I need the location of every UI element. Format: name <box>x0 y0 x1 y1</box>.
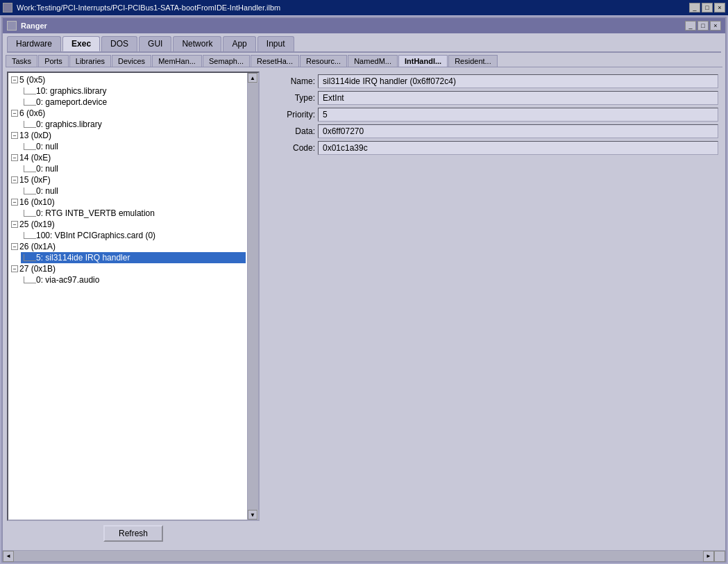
tree-node-node27[interactable]: −27 (0x1B)0: via-ac97.audio <box>10 263 246 285</box>
tree-child-c16_0[interactable]: 0: RTG INTB_VERTB emulation <box>21 208 246 219</box>
sub-tab-bar: TasksPortsLibrariesDevicesMemHan...Semap… <box>3 53 725 67</box>
hscroll-left[interactable]: ◄ <box>3 551 14 562</box>
tree-scroll-track <box>248 83 258 510</box>
tree-connector <box>24 276 36 283</box>
tree-expand-node26[interactable]: − <box>11 243 18 250</box>
tree-scroll-down[interactable]: ▼ <box>248 510 257 520</box>
subtab-5[interactable]: Semaph... <box>203 55 250 67</box>
tab-hardware[interactable]: Hardware <box>7 36 61 51</box>
minimize-button[interactable]: _ <box>689 3 700 13</box>
tree-expand-node25[interactable]: − <box>11 221 18 228</box>
subtab-3[interactable]: Devices <box>112 55 151 67</box>
tab-dos[interactable]: DOS <box>101 36 137 51</box>
tree-child-c5_10[interactable]: 10: graphics.library <box>21 85 246 97</box>
code-label: Code: <box>266 143 315 153</box>
refresh-button[interactable]: Refresh <box>103 525 163 542</box>
tree-child-c27_0[interactable]: 0: via-ac97.audio <box>21 274 246 285</box>
tree-connector <box>24 254 36 261</box>
tree-expand-node13[interactable]: − <box>11 132 18 139</box>
tree-panel: −5 (0x5)10: graphics.library0: gameport.… <box>7 72 260 521</box>
window-minimize-button[interactable]: _ <box>685 21 696 31</box>
tree-connector <box>24 121 36 128</box>
name-label: Name: <box>266 76 315 86</box>
tree-label-node27: 27 (0x1B) <box>19 264 56 274</box>
tree-child-label-c27_0: 0: via-ac97.audio <box>36 275 99 285</box>
tree-expand-node27[interactable]: − <box>11 265 18 272</box>
priority-label: Priority: <box>266 110 315 119</box>
subtab-9[interactable]: IntHandl... <box>398 55 448 67</box>
tree-child-c25_100[interactable]: 100: VBInt PCIGraphics.card (0) <box>21 230 246 241</box>
tree-child-c26_5[interactable]: 5: sil3114ide IRQ handler <box>21 252 246 263</box>
tree-node-node16[interactable]: −16 (0x10)0: RTG INTB_VERTB emulation <box>10 197 246 219</box>
hscroll-track <box>14 551 703 561</box>
tree-connector <box>24 232 36 239</box>
window-maximize-button[interactable]: □ <box>697 21 709 31</box>
tab-app[interactable]: App <box>223 36 255 51</box>
tree-child-c13_0[interactable]: 0: null <box>21 141 246 152</box>
tab-gui[interactable]: GUI <box>139 36 171 51</box>
window-icon <box>7 21 17 31</box>
tree-node-node14[interactable]: −14 (0xE)0: null <box>10 152 246 174</box>
tab-input[interactable]: Input <box>257 36 294 51</box>
detail-row-code: Code: 0x01c1a39c <box>266 141 718 155</box>
app-icon <box>3 3 12 13</box>
detail-row-priority: Priority: 5 <box>266 108 718 122</box>
tree-node-node15[interactable]: −15 (0xF)0: null <box>10 174 246 197</box>
tree-connector <box>24 143 36 150</box>
tree-expand-node14[interactable]: − <box>11 154 18 161</box>
tree-child-c14_0[interactable]: 0: null <box>21 163 246 174</box>
tree-expand-node5[interactable]: − <box>11 76 18 83</box>
tree-label-node13: 13 (0xD) <box>19 131 51 140</box>
type-value: ExtInt <box>318 91 718 105</box>
tree-vscrollbar: ▲ ▼ <box>247 73 258 520</box>
tree-node-node25[interactable]: −25 (0x19)100: VBInt PCIGraphics.card (0… <box>10 219 246 241</box>
tree-node-node26[interactable]: −26 (0x1A)5: sil3114ide IRQ handler <box>10 241 246 263</box>
subtab-1[interactable]: Ports <box>38 55 69 67</box>
tree-node-node13[interactable]: −13 (0xD)0: null <box>10 130 246 152</box>
tree-child-label-c5_0: 0: gameport.device <box>36 97 107 107</box>
left-panel-container: −5 (0x5)10: graphics.library0: gameport.… <box>7 72 260 546</box>
main-window: Ranger _ □ × HardwareExecDOSGUINetworkAp… <box>1 17 727 563</box>
tree-child-c6_0[interactable]: 0: graphics.library <box>21 119 246 130</box>
subtab-0[interactable]: Tasks <box>6 55 37 67</box>
tree-container[interactable]: −5 (0x5)10: graphics.library0: gameport.… <box>8 73 247 520</box>
subtab-2[interactable]: Libraries <box>69 55 111 67</box>
subtab-7[interactable]: Resourc... <box>300 55 347 67</box>
title-bar: Work:Testing/PCI-Interrupts/PCI-PCIBus1-… <box>0 0 728 15</box>
tree-child-c5_0[interactable]: 0: gameport.device <box>21 97 246 108</box>
tree-child-label-c5_10: 10: graphics.library <box>36 86 106 96</box>
tree-child-label-c15_0: 0: null <box>36 186 58 196</box>
tab-exec[interactable]: Exec <box>62 36 100 51</box>
tree-scroll-up[interactable]: ▲ <box>248 73 257 83</box>
tree-node-node6[interactable]: −6 (0x6)0: graphics.library <box>10 108 246 130</box>
subtab-8[interactable]: NamedM... <box>348 55 398 67</box>
tree-connector <box>24 99 36 106</box>
main-tab-bar: HardwareExecDOSGUINetworkAppInput <box>3 33 725 51</box>
code-value: 0x01c1a39c <box>318 141 718 155</box>
tree-label-node25: 25 (0x19) <box>19 219 55 229</box>
data-value: 0x6ff07270 <box>318 124 718 138</box>
content-area: −5 (0x5)10: graphics.library0: gameport.… <box>3 67 725 550</box>
tree-expand-node15[interactable]: − <box>11 176 18 183</box>
data-label: Data: <box>266 126 315 136</box>
tree-expand-node6[interactable]: − <box>11 110 18 117</box>
maximize-button[interactable]: □ <box>702 3 713 13</box>
tree-node-node5[interactable]: −5 (0x5)10: graphics.library0: gameport.… <box>10 74 246 108</box>
tree-expand-node16[interactable]: − <box>11 199 18 206</box>
priority-value: 5 <box>318 108 718 122</box>
subtab-4[interactable]: MemHan... <box>152 55 202 67</box>
tab-network[interactable]: Network <box>173 36 221 51</box>
tree-connector <box>24 188 36 194</box>
hscroll-right[interactable]: ► <box>703 551 714 562</box>
tree-label-node6: 6 (0x6) <box>19 108 45 118</box>
tree-connector <box>24 165 36 172</box>
tree-label-node16: 16 (0x10) <box>19 197 55 207</box>
window-close-button[interactable]: × <box>710 21 721 31</box>
close-button[interactable]: × <box>714 3 725 13</box>
subtab-10[interactable]: Resident... <box>448 55 498 67</box>
subtab-6[interactable]: ResetHa... <box>251 55 299 67</box>
tree-child-c15_0[interactable]: 0: null <box>21 185 246 197</box>
refresh-area: Refresh <box>7 521 260 546</box>
title-bar-text: Work:Testing/PCI-Interrupts/PCI-PCIBus1-… <box>17 3 689 12</box>
tree-label-node14: 14 (0xE) <box>19 153 51 163</box>
